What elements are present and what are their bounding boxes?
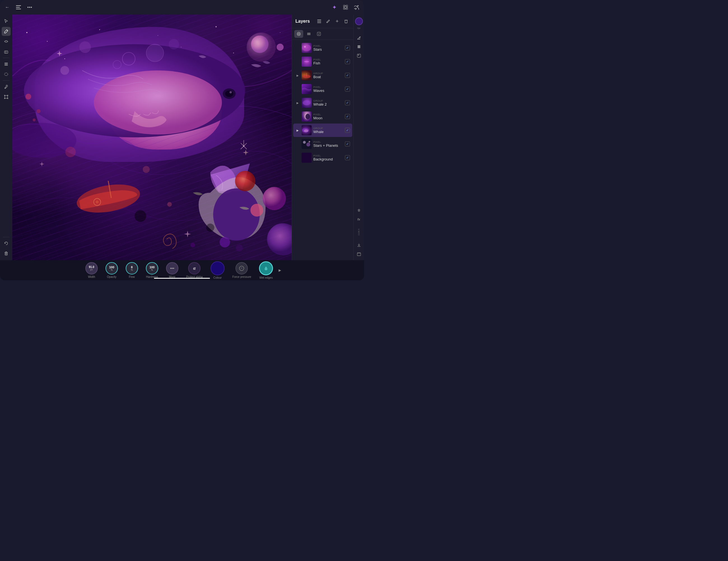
layer-visibility-background[interactable]: ✓	[345, 155, 350, 160]
wet-edges-circle[interactable]	[259, 261, 273, 275]
layer-type-whale2: Group	[313, 99, 343, 102]
hardness-circle[interactable]: 100 %	[146, 262, 158, 274]
layer-expand-boat[interactable]: ▶	[295, 73, 300, 78]
procreate-logo-button[interactable]: ✦	[329, 2, 339, 12]
eyedropper-tool[interactable]	[2, 82, 11, 91]
svg-rect-76	[345, 20, 347, 23]
layers-add-btn[interactable]: +	[333, 17, 341, 25]
document-button[interactable]	[13, 2, 24, 12]
brush-tool-right[interactable]	[355, 34, 363, 42]
layer-thumb-whale2	[302, 98, 312, 108]
colour-control: Colour	[207, 261, 228, 279]
layer-type-fish: Pixel	[313, 58, 343, 61]
lasso-tool[interactable]	[2, 70, 11, 79]
layer-visibility-stars[interactable]: ✓	[345, 45, 350, 50]
width-unit: px	[90, 269, 93, 271]
smudge-tool[interactable]	[2, 37, 11, 46]
svg-rect-14	[4, 64, 8, 64]
cursor-tool[interactable]	[2, 17, 11, 26]
layers-tab-reference[interactable]	[314, 30, 323, 38]
svg-rect-0	[16, 5, 21, 6]
svg-point-4	[29, 7, 30, 8]
layer-info-moon: Pixel Moon	[313, 113, 343, 120]
layers-tab-layers[interactable]	[304, 30, 313, 38]
layer-item-fish[interactable]: Pixel Fish ✓	[293, 55, 352, 68]
layer-name-fish: Fish	[313, 61, 343, 65]
fx-tool-right[interactable]: fx	[355, 215, 363, 223]
eraser-tool[interactable]	[2, 47, 11, 56]
grid-toggle-button[interactable]	[340, 2, 351, 12]
protect-alpha-circle[interactable]: α	[188, 262, 200, 274]
svg-point-3	[27, 7, 29, 8]
layers-list: Pixel Stars ✓ Pixel Fish ✓	[292, 40, 353, 260]
layer-name-whale: Whale	[313, 130, 343, 134]
wrench-button[interactable]	[352, 2, 362, 12]
reference-tool-right[interactable]	[355, 52, 363, 60]
svg-rect-20	[7, 95, 8, 96]
layer-item-whale[interactable]: ▶ Group Whale ✓	[293, 124, 352, 137]
layer-visibility-boat[interactable]: ✓	[345, 73, 350, 78]
flow-control: 8 % Flow	[122, 262, 142, 278]
color-swatch[interactable]	[355, 17, 363, 25]
layer-info-boat: Group Boat	[313, 72, 343, 79]
more-circle[interactable]	[166, 262, 178, 274]
more-button[interactable]	[25, 2, 35, 12]
opacity-label: 0pt	[357, 27, 360, 29]
opacity-value: 100	[109, 266, 114, 269]
layers-edit-btn[interactable]	[324, 17, 332, 25]
layer-item-background[interactable]: Pixel Background ✓	[293, 151, 352, 164]
colour-label: Colour	[213, 276, 221, 279]
layer-visibility-starsplanets[interactable]: ✓	[345, 141, 350, 146]
layer-info-starsplanets: Pixel Stars + Planets	[313, 141, 343, 148]
layer-info-fish: Pixel Fish	[313, 58, 343, 65]
layer-visibility-whale2[interactable]: ✓	[345, 100, 350, 105]
layer-item-starsplanets[interactable]: Pixel Stars + Planets ✓	[293, 137, 352, 151]
canvas-area[interactable]	[12, 15, 292, 260]
layer-item-moon[interactable]: Pixel Moon ✓	[293, 110, 352, 123]
svg-point-93	[309, 141, 310, 143]
flow-unit: %	[131, 269, 133, 271]
layer-item-whale2[interactable]: ▶ Group Whale 2 ✓	[293, 96, 352, 110]
top-bar: ← ✦	[0, 0, 364, 15]
layers-tool-right[interactable]	[355, 43, 363, 51]
adjust-tool-right[interactable]	[355, 206, 363, 214]
svg-point-17	[5, 88, 5, 88]
layer-visibility-moon[interactable]: ✓	[345, 114, 350, 119]
layer-item-boat[interactable]: ▶ Group Boat ✓	[293, 69, 352, 82]
back-button[interactable]: ←	[2, 2, 12, 12]
layer-thumb-moon	[302, 111, 312, 122]
layer-item-stars[interactable]: Pixel Stars ✓	[293, 41, 352, 55]
brush-tool[interactable]	[2, 27, 11, 36]
layers-tab-raster[interactable]	[294, 30, 303, 38]
opacity-circle[interactable]: 100 %	[106, 262, 118, 274]
layer-expand-whale[interactable]: ▶	[295, 128, 300, 132]
layer-visibility-whale[interactable]: ✓	[345, 128, 350, 133]
layer-thumb-waves	[302, 84, 312, 94]
undo-button[interactable]	[2, 239, 11, 248]
layer-item-waves[interactable]: Pixel Waves ✓	[293, 82, 352, 96]
reference-right[interactable]	[355, 250, 363, 258]
layers-list-view-btn[interactable]	[315, 17, 323, 25]
colour-circle[interactable]	[211, 261, 225, 275]
force-pressure-control: Force pressure	[228, 262, 255, 278]
layer-name-moon: Moon	[313, 116, 343, 120]
svg-rect-11	[4, 51, 8, 53]
force-pressure-circle[interactable]	[235, 262, 248, 274]
bottom-toolbar: 91.0 px Width 100 % Opacity 8 % Flow 100	[0, 260, 364, 280]
trash-button[interactable]	[2, 249, 11, 258]
transform-tool[interactable]	[2, 92, 11, 101]
download-right[interactable]	[355, 241, 363, 249]
layer-thumb-whale	[302, 125, 312, 135]
layers-delete-btn[interactable]	[342, 17, 350, 25]
layer-visibility-waves[interactable]: ✓	[345, 87, 350, 92]
layers-tool[interactable]	[2, 60, 11, 69]
app-container: ← ✦	[0, 0, 364, 280]
svg-rect-95	[358, 45, 360, 46]
width-circle[interactable]: 91.0 px	[85, 262, 98, 274]
layer-visibility-fish[interactable]: ✓	[345, 59, 350, 64]
flow-circle[interactable]: 8 %	[126, 262, 138, 274]
svg-rect-13	[4, 63, 8, 63]
layer-expand-whale2[interactable]: ▶	[295, 101, 300, 105]
svg-point-5	[31, 7, 32, 8]
layer-info-whale2: Group Whale 2	[313, 99, 343, 106]
